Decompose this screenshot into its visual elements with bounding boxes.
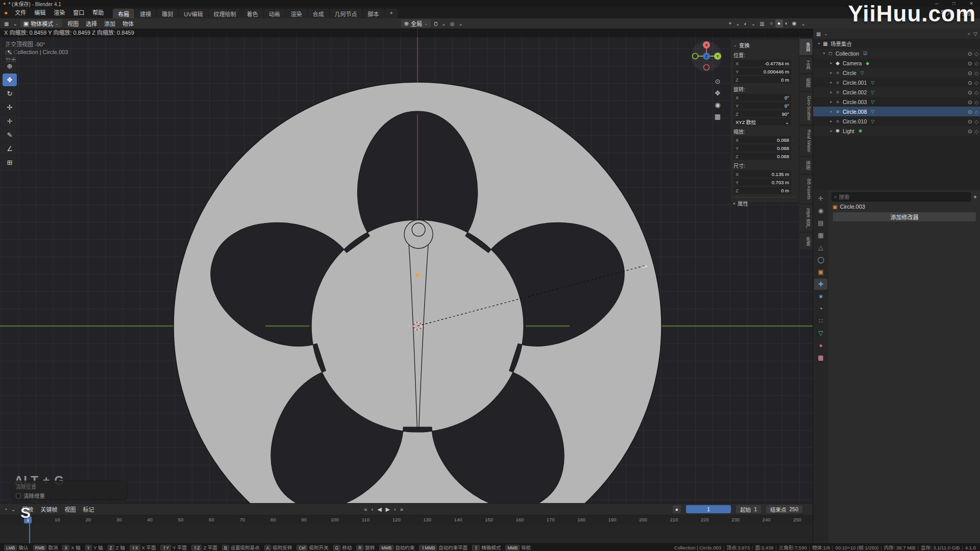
playback-button-0[interactable]: « [362, 506, 369, 512]
outliner-row[interactable]: ▸○Circle.010▽⊙◇ [813, 116, 980, 126]
tool-move-icon[interactable]: ✥ [3, 73, 17, 86]
timeline-menu-关键帧[interactable]: 关键帧 [37, 505, 61, 513]
outliner-item-label[interactable]: Light [843, 128, 854, 134]
value-field[interactable]: Z90° [733, 110, 791, 117]
autokey-button[interactable]: ● [673, 505, 681, 513]
chevron-icon[interactable]: ▸ [828, 70, 834, 75]
material-tab-icon[interactable]: ● [814, 340, 827, 351]
chevron-icon[interactable]: ▸ [828, 99, 834, 104]
sidebar-tab-Geo-Scatter[interactable]: Geo-Scatter [799, 92, 813, 124]
hide-eye-icon[interactable]: ⊙ [968, 80, 972, 86]
viewport-menu-视图[interactable]: 视图 [64, 19, 82, 28]
sidebar-tab-Real Water[interactable]: Real Water [799, 126, 813, 156]
camera-view-icon[interactable]: ◉ [715, 101, 720, 109]
outliner-row[interactable]: ▸○Circle.002▽⊙◇ [813, 87, 980, 97]
xray-toggle-icon[interactable]: ▥ [758, 21, 765, 27]
value-field[interactable]: X0° [733, 94, 791, 101]
snap-caret-icon[interactable]: ⌄ [440, 21, 447, 27]
tool-add-primitive-icon[interactable]: ⊞ [3, 156, 17, 169]
sidebar-tab-BB Assets[interactable]: BB Assets [799, 175, 813, 203]
outliner-caret-icon[interactable]: ⌄ [824, 32, 827, 36]
timeline-track-area[interactable] [0, 525, 813, 543]
scene-tab-icon[interactable]: △ [814, 242, 827, 253]
editor-type-icon[interactable]: ▦ [3, 21, 10, 27]
chevron-icon[interactable]: ▸ [828, 129, 834, 133]
outliner-root-row[interactable]: ▾▦场景集合 [813, 39, 980, 48]
outliner-item-label[interactable]: Circle.003 [843, 99, 867, 105]
animate-decorator-icon[interactable]: · [791, 78, 796, 82]
animate-decorator-icon[interactable]: · [791, 154, 796, 159]
render-visibility-icon[interactable]: ◇ [974, 80, 978, 86]
timeline-editor-icon[interactable]: ◔ [3, 507, 8, 512]
chevron-icon[interactable]: ▸ [828, 90, 834, 94]
collection-checkbox[interactable]: ☑ [863, 51, 867, 56]
workspace-tab[interactable]: 渲染 [286, 9, 307, 18]
animate-decorator-icon[interactable]: · [791, 188, 796, 193]
workspace-tab[interactable]: 建模 [135, 9, 156, 18]
object-tab-icon[interactable]: ▣ [814, 266, 827, 278]
sidebar-tab-条目[interactable]: 条目 [799, 39, 813, 55]
value-field[interactable]: Y0.068 [733, 144, 791, 152]
animate-decorator-icon[interactable]: · [791, 69, 796, 74]
timeline-ruler[interactable]: 1 10203040506070809010011012013014015016… [0, 515, 813, 525]
outliner-editor-icon[interactable]: ▦ [816, 31, 821, 37]
outliner-row[interactable]: ▾□Collection☑⊙◇ [813, 48, 980, 58]
animate-decorator-icon[interactable]: · [791, 95, 796, 100]
workspace-tab[interactable]: 雕刻 [157, 9, 178, 18]
gizmo-neg-y-ball[interactable] [693, 54, 698, 59]
menu-渲染[interactable]: 渲染 [50, 7, 69, 18]
tool-rotate-icon[interactable]: ↻ [3, 87, 17, 100]
value-field[interactable]: Y0° [733, 102, 791, 109]
editor-type-caret-icon[interactable]: ⌄ [12, 21, 18, 27]
value-field[interactable]: X-0.47784 m [733, 60, 791, 67]
chevron-icon[interactable]: ▾ [821, 51, 827, 56]
outliner-item-label[interactable]: Circle.002 [843, 89, 867, 95]
chevron-down-icon[interactable]: ▾ [816, 41, 822, 46]
render-tab-icon[interactable]: ◉ [814, 205, 827, 216]
animate-decorator-icon[interactable]: · [791, 120, 796, 124]
sidebar-tab-PBR 资产[interactable]: PBR 资产 [799, 205, 813, 232]
proportional-caret-icon[interactable]: ⌄ [457, 21, 463, 27]
tool-select-icon[interactable]: ↖ [3, 46, 17, 59]
outliner-item-label[interactable]: Collection [836, 51, 859, 57]
workspace-tab[interactable]: 动画 [264, 9, 285, 18]
chevron-icon[interactable]: ▸ [828, 119, 834, 123]
zoom-icon[interactable]: ⊙ [715, 78, 721, 85]
playback-button-4[interactable]: › [392, 506, 398, 512]
menu-编辑[interactable]: 编辑 [30, 7, 50, 18]
hide-eye-icon[interactable]: ⊙ [968, 70, 972, 76]
constraints-tab-icon[interactable]: ∷ [814, 315, 827, 327]
modifiers-tab-icon[interactable]: ✚ [814, 279, 827, 290]
value-field[interactable]: Z0 m [733, 76, 791, 83]
shading-caret-icon[interactable]: ⌄ [800, 21, 806, 27]
tool-annotate-icon[interactable]: ✎ [3, 129, 17, 141]
animate-decorator-icon[interactable]: · [791, 112, 796, 116]
sidebar-tab-烘焙[interactable]: 烘焙 [799, 157, 813, 173]
outliner-row[interactable]: ▸○Circle.001▽⊙◇ [813, 78, 980, 87]
output-tab-icon[interactable]: ▤ [814, 217, 827, 229]
viewport-menu-物体[interactable]: 物体 [119, 19, 137, 28]
tool-cursor-icon[interactable]: ⊕ [3, 60, 17, 72]
perspective-toggle-icon[interactable]: ▦ [715, 113, 721, 120]
blender-menu-logo-icon[interactable]: ● [4, 9, 8, 16]
pin-icon[interactable]: ✦ [973, 194, 977, 201]
world-tab-icon[interactable]: ◯ [814, 254, 827, 265]
snap-magnet-icon[interactable]: Ω [433, 21, 438, 27]
outliner-item-label[interactable]: Circle.001 [843, 80, 867, 86]
value-field[interactable]: Z0 m [733, 187, 791, 194]
hide-eye-icon[interactable]: ⊙ [968, 89, 972, 95]
playback-button-2[interactable]: ◀ [375, 506, 383, 513]
outliner-row[interactable]: ▸○Circle▽⊙◇ [813, 68, 980, 78]
value-field[interactable]: Z0.068 [733, 153, 791, 160]
physics-tab-icon[interactable]: ◔ [814, 303, 827, 314]
timeline-menu-标记[interactable]: 标记 [79, 505, 97, 513]
outliner-search-icon[interactable]: ⌕ [968, 31, 971, 37]
sidebar-tab-视图[interactable]: 视图 [799, 74, 813, 91]
shading-mode-icon[interactable]: ● [775, 19, 783, 28]
value-field[interactable]: Y0.703 m [733, 179, 791, 186]
tool-transform-icon[interactable]: ✛ [3, 115, 17, 128]
tool-tab-icon[interactable]: ✛ [814, 193, 827, 204]
gizmos-toggle-icon[interactable]: ⌖ [728, 20, 733, 27]
overlays-caret-icon[interactable]: ⌄ [750, 21, 756, 27]
add-modifier-button[interactable]: 添加修改器 [832, 212, 976, 222]
